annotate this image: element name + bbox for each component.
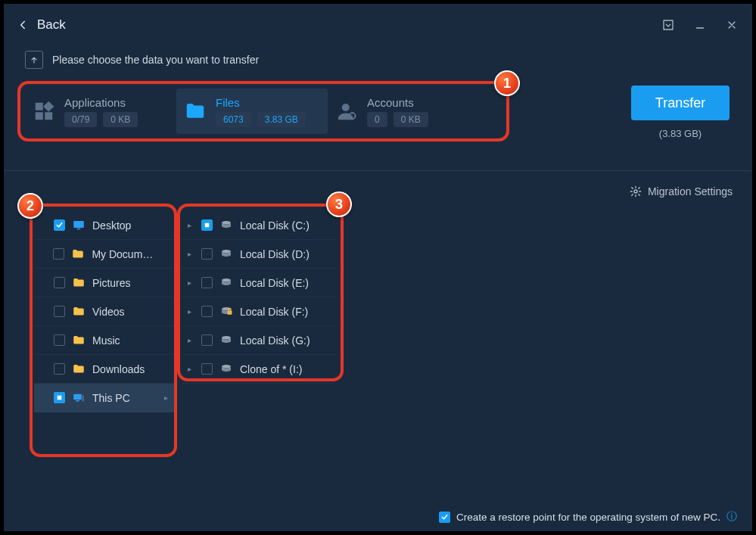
svg-point-7: [634, 190, 637, 193]
item-checkbox[interactable]: [54, 219, 65, 231]
tab-accounts[interactable]: Accounts 0 0 KB: [328, 89, 479, 134]
item-checkbox[interactable]: [201, 248, 213, 260]
item-checkbox[interactable]: [201, 334, 213, 346]
expand-chevron-icon: ▸: [188, 278, 195, 287]
minimize-button[interactable]: [693, 18, 707, 32]
folder-item-downloads[interactable]: ▸ Downloads ▸: [34, 355, 174, 384]
accounts-size: 0 KB: [394, 112, 428, 127]
files-icon: [182, 98, 208, 124]
apps-icon: [31, 98, 57, 124]
annotation-badge-1: 1: [494, 70, 520, 96]
footer: Create a restore point for the operating…: [439, 510, 737, 524]
svg-rect-9: [77, 228, 81, 229]
disk-item-clone-of-i[interactable]: ▸ Clone of * (I:) ▸: [182, 355, 337, 384]
files-size: 3.83 GB: [257, 112, 306, 127]
item-checkbox[interactable]: [54, 306, 65, 317]
item-checkbox[interactable]: [54, 392, 65, 403]
folder-item-this-pc[interactable]: ▸ This PC ▸: [34, 384, 174, 412]
restore-point-label: Create a restore point for the operating…: [456, 512, 720, 523]
gear-icon: [630, 185, 642, 198]
folder-item-desktop[interactable]: ▸ Desktop ▸: [34, 211, 174, 240]
transfer-button[interactable]: Transfer: [631, 86, 730, 120]
item-icon: [219, 247, 234, 261]
disk-item-local-disk-e[interactable]: ▸ Local Disk (E:) ▸: [182, 269, 337, 297]
item-icon: [71, 391, 86, 405]
restore-point-checkbox[interactable]: [439, 512, 450, 523]
item-icon: [71, 334, 86, 347]
item-icon: [70, 247, 86, 261]
item-icon: [71, 362, 86, 376]
item-icon: [219, 276, 234, 290]
tab-applications-title: Applications: [64, 96, 138, 109]
svg-point-21: [222, 365, 231, 369]
expand-chevron-icon: ▸: [188, 365, 195, 373]
folder-item-my-documents[interactable]: ▸ My Documents ▸: [34, 240, 174, 269]
item-checkbox[interactable]: [201, 306, 213, 317]
item-label: Local Disk (C:): [240, 219, 310, 232]
migration-settings-link[interactable]: Migration Settings: [630, 185, 733, 198]
tab-applications[interactable]: Applications 0/79 0 KB: [25, 89, 176, 134]
svg-rect-1: [36, 103, 43, 110]
expand-chevron-icon: ▸: [188, 336, 195, 344]
item-label: This PC: [92, 392, 130, 404]
tab-files[interactable]: Files 6073 3.83 GB: [176, 89, 328, 134]
disk-item-local-disk-c[interactable]: ▸ Local Disk (C:) ▸: [182, 211, 337, 240]
svg-rect-14: [205, 223, 210, 228]
instruction-row: Please choose the data you want to trans…: [4, 46, 752, 73]
item-icon: [71, 305, 86, 319]
files-count: 6073: [216, 112, 251, 127]
svg-point-20: [222, 336, 231, 340]
upload-icon: [25, 51, 43, 69]
item-checkbox[interactable]: [201, 219, 213, 231]
apps-size: 0 KB: [103, 112, 138, 127]
titlebar: Back: [4, 4, 752, 46]
item-checkbox[interactable]: [54, 334, 65, 346]
svg-rect-19: [228, 310, 232, 314]
disk-item-local-disk-g[interactable]: ▸ Local Disk (G:) ▸: [182, 326, 337, 355]
close-button[interactable]: [725, 18, 739, 32]
divider: [4, 170, 752, 171]
migration-settings-label: Migration Settings: [648, 185, 733, 198]
accounts-count: 0: [367, 112, 387, 127]
expand-chevron-icon: ▸: [188, 250, 195, 258]
item-label: Videos: [92, 306, 125, 318]
item-icon: [219, 362, 234, 376]
dropdown-button[interactable]: [661, 18, 675, 32]
window-controls: [661, 18, 739, 32]
disk-column: 3 ▸ Local Disk (C:) ▸ ▸ Local Disk (D:) …: [182, 208, 337, 486]
item-label: Local Disk (E:): [240, 277, 309, 289]
disk-item-local-disk-d[interactable]: ▸ Local Disk (D:) ▸: [182, 240, 337, 269]
item-checkbox[interactable]: [201, 363, 213, 375]
disk-item-local-disk-f[interactable]: ▸ Local Disk (F:) ▸: [182, 297, 337, 326]
help-icon[interactable]: ⓘ: [726, 510, 737, 524]
transfer-size: (3.83 GB): [659, 128, 702, 139]
folder-item-pictures[interactable]: ▸ Pictures ▸: [34, 269, 174, 297]
back-arrow-icon: [17, 19, 30, 31]
item-icon: [71, 219, 86, 232]
item-icon: [219, 305, 234, 319]
file-browser: 2 ▸ Desktop ▸ ▸ My Documents ▸ ▸ Picture…: [34, 208, 739, 486]
folder-item-videos[interactable]: ▸ Videos ▸: [34, 297, 174, 326]
item-icon: [71, 276, 86, 290]
item-label: Local Disk (G:): [240, 334, 310, 347]
accounts-icon: [334, 98, 359, 124]
folder-column: 2 ▸ Desktop ▸ ▸ My Documents ▸ ▸ Picture…: [34, 208, 174, 486]
svg-rect-11: [73, 393, 82, 400]
item-checkbox[interactable]: [54, 277, 65, 288]
svg-point-16: [222, 250, 231, 254]
back-button[interactable]: Back: [17, 17, 66, 33]
svg-rect-4: [45, 112, 52, 120]
item-checkbox[interactable]: [54, 363, 65, 375]
tab-files-title: Files: [216, 96, 306, 109]
item-label: Downloads: [92, 363, 145, 375]
item-checkbox[interactable]: [53, 248, 64, 260]
submenu-arrow-icon: ▸: [164, 393, 168, 402]
svg-rect-12: [76, 400, 79, 402]
svg-rect-2: [43, 101, 54, 112]
svg-rect-13: [82, 395, 84, 401]
folder-item-music[interactable]: ▸ Music ▸: [34, 326, 174, 355]
item-label: Pictures: [92, 277, 131, 289]
item-label: Local Disk (F:): [240, 306, 308, 318]
item-checkbox[interactable]: [201, 277, 213, 288]
item-icon: [219, 219, 234, 232]
